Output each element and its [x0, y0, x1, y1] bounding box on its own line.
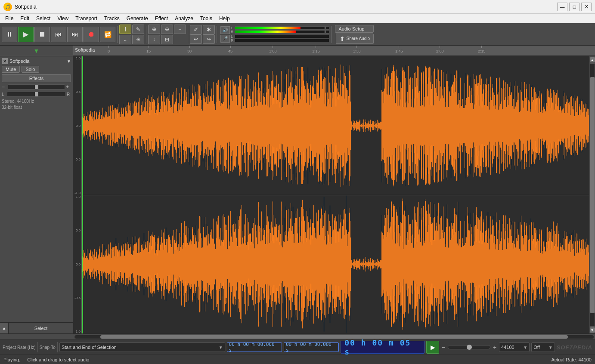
zoom-fit-v-button[interactable]: ↕	[148, 35, 160, 44]
loop-button[interactable]: 🔁	[100, 27, 115, 42]
undo-button[interactable]: ↩	[190, 34, 202, 44]
pan-slider[interactable]	[7, 92, 66, 97]
gain-minus[interactable]: −	[2, 84, 7, 90]
envelope-tool[interactable]: ⌄	[119, 35, 131, 44]
transport-section: ⏸ ▶ ⏹ ⏮ ⏭ ⏺ 🔁	[2, 27, 115, 42]
menu-effect[interactable]: Effect	[152, 15, 171, 22]
menu-help[interactable]: Help	[216, 15, 233, 22]
gain-plus[interactable]: +	[66, 84, 71, 90]
sep-snap	[57, 342, 58, 352]
time-value-2: 00 h 00 m 00.000 s	[286, 342, 337, 353]
bottom-play-button[interactable]: ▶	[426, 341, 439, 354]
share-audio-label: Share Audio	[347, 36, 370, 41]
pause-button[interactable]: ⏸	[2, 27, 17, 42]
mic-icon[interactable]: 🎤	[220, 35, 230, 43]
ruler-area[interactable]: Softpedia 0 15 30 45	[73, 46, 595, 56]
timeline-ruler: ▼ Softpedia 0 15 30	[0, 46, 595, 56]
gain-slider-row: − +	[2, 84, 71, 90]
track-header: ✕ Softpedia ▼ Mute Solo Effects − +	[0, 56, 73, 112]
stop-button[interactable]: ⏹	[34, 27, 50, 42]
time-input-1[interactable]: 00 h 00 m 00.000 s	[227, 342, 282, 352]
asterisk-tool[interactable]: ✱	[203, 25, 215, 34]
vertical-scrollbar[interactable]: ▲ ▼	[589, 56, 595, 333]
volume-thumb	[467, 345, 472, 350]
track-content: ✕ Softpedia ▼ Mute Solo Effects − +	[0, 56, 595, 333]
sep-rate	[37, 342, 38, 352]
menu-analyze[interactable]: Analyze	[171, 15, 197, 22]
title-bar: 🎵 Softpedia — □ ✕	[0, 0, 595, 14]
channel-divider	[82, 195, 589, 195]
menu-transport[interactable]: Transport	[72, 15, 101, 22]
solo-button[interactable]: Solo	[22, 66, 39, 73]
draw-tool[interactable]: ✎	[132, 25, 144, 34]
gain-thumb	[35, 85, 38, 89]
tick-130: 1:30	[353, 46, 361, 53]
zoom-fit-h-button[interactable]: ↔	[174, 25, 186, 34]
selection-dropdown-arrow: ▼	[219, 345, 223, 350]
big-timer: 00 h 00 m 05 s	[341, 341, 425, 354]
mute-solo-row: Mute Solo	[2, 66, 71, 73]
h-scrollbar-thumb[interactable]	[100, 335, 567, 339]
zoom-out-button[interactable]: ⊖	[161, 25, 173, 34]
prev-button[interactable]: ⏮	[51, 27, 66, 42]
next-button[interactable]: ⏭	[67, 27, 83, 42]
rec-lr-labels: LR	[231, 35, 234, 43]
rate-select[interactable]: 44100 ▼	[499, 342, 530, 352]
minimize-button[interactable]: —	[557, 3, 567, 11]
share-icon: ⬆	[340, 35, 345, 42]
effects-button[interactable]: Effects	[2, 74, 71, 82]
redo-button[interactable]: ↪	[203, 34, 215, 44]
h-scrollbar-track[interactable]	[74, 335, 594, 339]
tick-15: 15	[146, 46, 151, 53]
multi-tool[interactable]: ✳	[132, 35, 144, 44]
select-arrow-button[interactable]: ▲	[0, 323, 9, 334]
menu-generate[interactable]: Generate	[123, 15, 152, 22]
waveform-area[interactable]: 1.0 0.5 0.0 -0.5 -1.0 1.0 0.5 0.0 -0.5 -…	[73, 56, 589, 333]
close-button[interactable]: ✕	[581, 3, 592, 11]
mute-button[interactable]: Mute	[2, 66, 20, 73]
share-audio-button[interactable]: ⬆ Share Audio	[336, 34, 374, 44]
record-button[interactable]: ⏺	[84, 27, 99, 42]
separator-5	[331, 26, 332, 43]
selection-tool[interactable]: I	[119, 25, 131, 34]
snap-to-label: Snap-To	[40, 345, 56, 350]
scroll-down-button[interactable]: ▼	[590, 327, 595, 333]
track-close-button[interactable]: ✕	[2, 58, 8, 64]
scrollbar-track-v[interactable]	[590, 63, 595, 327]
tick-45: 45	[228, 46, 232, 53]
track-dropdown-arrow[interactable]: ▼	[67, 59, 71, 64]
menu-view[interactable]: View	[54, 15, 72, 22]
gain-slider[interactable]	[8, 84, 65, 89]
pan-slider-row: L R	[2, 92, 71, 97]
volume-slider[interactable]	[448, 345, 490, 349]
app-title: Softpedia	[15, 4, 557, 10]
separator-4	[217, 26, 217, 43]
speaker-icon[interactable]: 🔊	[220, 26, 230, 34]
snap-off-select[interactable]: Off ▼	[531, 342, 555, 352]
menu-edit[interactable]: Edit	[17, 15, 33, 22]
maximize-button[interactable]: □	[569, 3, 580, 11]
audio-setup-button[interactable]: Audio Setup	[335, 25, 374, 33]
scrollbar-thumb-v[interactable]	[590, 77, 595, 313]
snap-off-value: Off	[533, 345, 546, 350]
big-timer-value: 00 h 00 m 05 s	[344, 338, 421, 356]
snap-dropdown-arrow: ▼	[549, 345, 553, 350]
time-input-2[interactable]: 00 h 00 m 00.000 s	[284, 342, 339, 352]
rate-value: 44100	[501, 345, 521, 350]
pencil-tool[interactable]: ✐	[190, 25, 202, 34]
menu-file[interactable]: File	[2, 15, 17, 22]
volume-plus-button[interactable]: +	[492, 344, 497, 351]
menu-select[interactable]: Select	[33, 15, 54, 22]
select-button[interactable]: Select	[9, 326, 73, 331]
zoom-toggle-button[interactable]: ⊟	[161, 35, 173, 44]
menu-tracks[interactable]: Tracks	[101, 15, 123, 22]
volume-minus-button[interactable]: −	[441, 344, 446, 351]
track-name: Softpedia	[9, 59, 67, 64]
pan-thumb	[35, 92, 38, 96]
menu-tools[interactable]: Tools	[197, 15, 216, 22]
h-scrollbar[interactable]	[0, 333, 595, 339]
selection-dropdown[interactable]: Start and End of Selection ▼	[59, 342, 225, 352]
scroll-up-button[interactable]: ▲	[590, 57, 595, 62]
play-button[interactable]: ▶	[18, 27, 34, 42]
zoom-in-button[interactable]: ⊕	[148, 25, 160, 34]
